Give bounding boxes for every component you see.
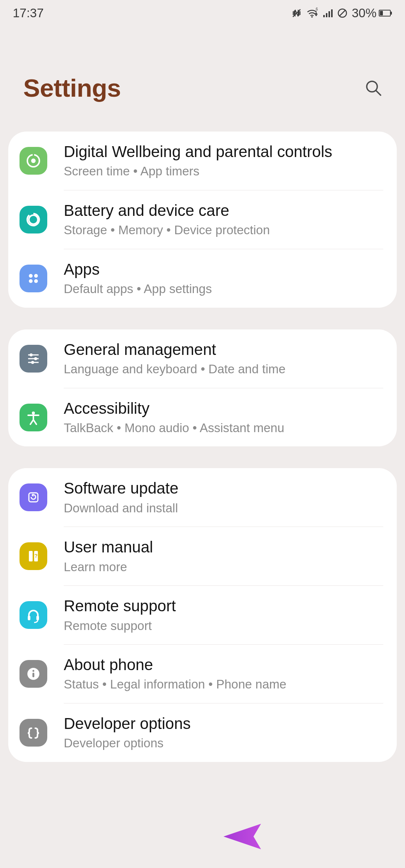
apps-icon — [20, 265, 47, 292]
settings-item-title: Apps — [64, 260, 383, 278]
headset-icon — [20, 601, 47, 629]
settings-item-accessibility[interactable]: AccessibilityTalkBack • Mono audio • Ass… — [8, 388, 397, 447]
settings-item-about-phone[interactable]: About phoneStatus • Legal information • … — [8, 645, 397, 703]
settings-item-title: User manual — [64, 538, 383, 556]
battery-care-icon — [20, 206, 47, 233]
settings-item-text: General managementLanguage and keyboard … — [64, 341, 383, 377]
settings-header: Settings — [0, 26, 405, 132]
settings-item-general-management[interactable]: General managementLanguage and keyboard … — [8, 329, 397, 388]
svg-text:6: 6 — [316, 7, 318, 11]
svg-point-33 — [33, 670, 34, 672]
svg-point-17 — [29, 279, 33, 283]
signal-icon — [322, 7, 333, 19]
svg-point-1 — [311, 16, 313, 18]
svg-line-10 — [376, 91, 381, 95]
settings-item-subtitle: Remote support — [64, 618, 383, 633]
settings-group: General managementLanguage and keyboard … — [8, 329, 397, 447]
accessibility-icon — [20, 404, 47, 431]
settings-item-subtitle: Status • Legal information • Phone name — [64, 677, 383, 692]
svg-point-25 — [32, 412, 35, 415]
settings-item-text: Digital Wellbeing and parental controlsS… — [64, 143, 383, 179]
settings-item-text: Battery and device careStorage • Memory … — [64, 202, 383, 238]
settings-item-subtitle: Storage • Memory • Device protection — [64, 223, 383, 238]
settings-item-title: Developer options — [64, 715, 383, 733]
wifi-icon: 6 — [306, 7, 318, 19]
settings-item-subtitle: Language and keyboard • Date and time — [64, 362, 383, 377]
page-title: Settings — [23, 73, 121, 102]
settings-item-subtitle: Learn more — [64, 560, 383, 575]
sliders-icon — [20, 345, 47, 373]
svg-point-22 — [34, 357, 37, 360]
svg-rect-4 — [326, 13, 327, 17]
status-bar: 17:37 6 30% — [0, 0, 405, 26]
settings-item-text: Remote supportRemote support — [64, 597, 383, 633]
update-icon — [20, 483, 47, 511]
settings-item-subtitle: Screen time • App timers — [64, 164, 383, 179]
settings-item-title: Digital Wellbeing and parental controls — [64, 143, 383, 161]
svg-rect-5 — [328, 11, 330, 17]
settings-item-subtitle: TalkBack • Mono audio • Assistant menu — [64, 421, 383, 435]
settings-item-apps[interactable]: AppsDefault apps • App settings — [8, 249, 397, 308]
svg-point-15 — [29, 274, 33, 278]
settings-item-subtitle: Default apps • App settings — [64, 281, 383, 296]
svg-point-16 — [34, 274, 38, 278]
svg-point-12 — [31, 159, 36, 163]
braces-icon — [20, 719, 47, 747]
svg-line-8 — [339, 10, 345, 16]
settings-item-text: User manualLearn more — [64, 538, 383, 574]
search-button[interactable] — [363, 78, 384, 99]
settings-item-text: AppsDefault apps • App settings — [64, 260, 383, 296]
svg-point-14 — [29, 215, 38, 224]
svg-rect-6 — [331, 9, 333, 17]
settings-item-text: AccessibilityTalkBack • Mono audio • Ass… — [64, 400, 383, 435]
svg-point-24 — [31, 361, 34, 364]
settings-item-title: General management — [64, 341, 383, 359]
manual-icon: ? — [20, 542, 47, 570]
settings-item-title: Software update — [64, 479, 383, 497]
settings-item-remote-support[interactable]: Remote supportRemote support — [8, 586, 397, 644]
settings-item-user-manual[interactable]: ?User manualLearn more — [8, 527, 397, 585]
svg-rect-30 — [28, 616, 30, 620]
settings-item-software-update[interactable]: Software updateDownload and install — [8, 468, 397, 527]
settings-item-title: Remote support — [64, 597, 383, 615]
svg-rect-34 — [33, 673, 34, 677]
svg-point-20 — [30, 353, 33, 356]
svg-rect-31 — [36, 616, 39, 620]
search-icon — [364, 79, 383, 97]
annotation-arrow — [224, 822, 374, 852]
vibrate-icon — [291, 7, 302, 19]
settings-item-digital-wellbeing[interactable]: Digital Wellbeing and parental controlsS… — [8, 132, 397, 190]
battery-percent: 30% — [352, 6, 376, 20]
svg-rect-13 — [33, 154, 34, 156]
battery-icon — [379, 10, 391, 16]
status-right: 6 30% — [291, 6, 391, 20]
settings-item-title: Accessibility — [64, 400, 383, 418]
wellbeing-icon — [20, 147, 47, 175]
info-icon — [20, 660, 47, 688]
svg-rect-3 — [323, 15, 325, 17]
settings-item-text: About phoneStatus • Legal information • … — [64, 656, 383, 692]
settings-group: Software updateDownload and install?User… — [8, 468, 397, 762]
dnd-icon — [337, 7, 348, 19]
settings-item-developer-options[interactable]: Developer optionsDeveloper options — [8, 703, 397, 762]
status-time: 17:37 — [13, 6, 44, 20]
settings-item-text: Developer optionsDeveloper options — [64, 715, 383, 751]
settings-item-text: Software updateDownload and install — [64, 479, 383, 515]
settings-item-subtitle: Developer options — [64, 736, 383, 751]
settings-item-title: Battery and device care — [64, 202, 383, 220]
settings-group: Digital Wellbeing and parental controlsS… — [8, 132, 397, 308]
settings-item-title: About phone — [64, 656, 383, 674]
settings-item-battery-care[interactable]: Battery and device careStorage • Memory … — [8, 190, 397, 249]
battery-indicator: 30% — [352, 6, 391, 20]
svg-text:?: ? — [34, 553, 38, 559]
settings-item-subtitle: Download and install — [64, 501, 383, 516]
svg-point-18 — [34, 279, 38, 283]
svg-rect-27 — [29, 551, 33, 561]
